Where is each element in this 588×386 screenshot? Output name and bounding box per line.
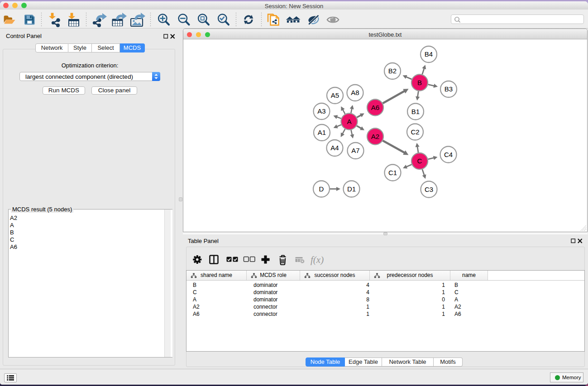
svg-text:C2: C2 <box>411 128 419 136</box>
svg-text:A1: A1 <box>318 129 326 136</box>
svg-text:C4: C4 <box>444 151 453 158</box>
svg-text:B2: B2 <box>388 67 397 75</box>
svg-text:A2: A2 <box>371 133 379 140</box>
svg-text:A4: A4 <box>330 144 339 152</box>
svg-text:A: A <box>347 118 351 125</box>
svg-text:D1: D1 <box>347 185 356 193</box>
svg-text:A3: A3 <box>317 107 325 115</box>
svg-text:A5: A5 <box>331 91 339 99</box>
svg-text:C: C <box>417 157 422 165</box>
svg-text:B4: B4 <box>425 50 433 58</box>
svg-text:C3: C3 <box>425 186 433 193</box>
svg-text:A8: A8 <box>351 89 359 96</box>
svg-text:A7: A7 <box>351 147 359 154</box>
svg-text:B: B <box>417 79 422 86</box>
svg-text:D: D <box>319 185 324 193</box>
svg-text:A6: A6 <box>371 104 379 111</box>
svg-text:f(x): f(x) <box>311 254 324 265</box>
svg-text:C1: C1 <box>388 169 397 176</box>
svg-text:B1: B1 <box>411 108 420 115</box>
svg-text:B3: B3 <box>445 85 453 93</box>
